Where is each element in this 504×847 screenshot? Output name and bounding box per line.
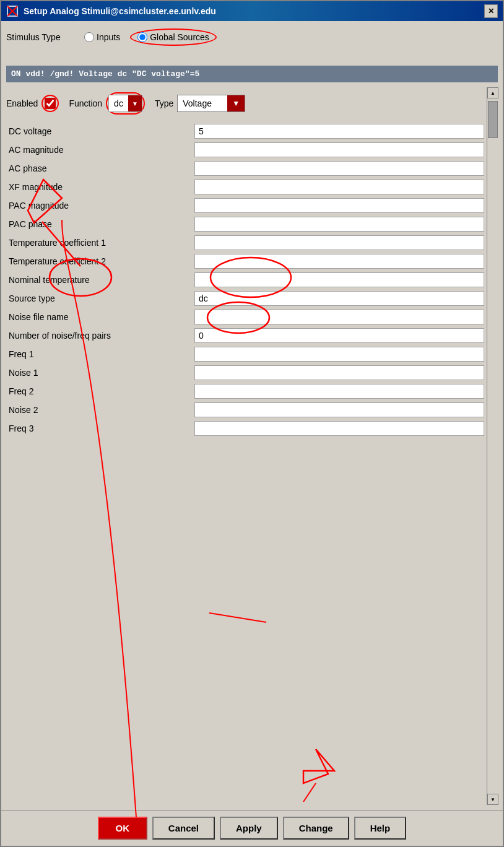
field-input-source_type[interactable] — [194, 291, 484, 306]
field-cell-freq_2 — [192, 382, 487, 401]
function-dropdown[interactable]: dc ▼ — [108, 95, 142, 112]
field-label-temp_coeff_1: Temperature coefficient 1 — [6, 233, 192, 252]
field-label-noise_freq_pairs: Number of noise/freq pairs — [6, 326, 192, 345]
radio-global-sources-wrapper: Global Sources — [130, 28, 217, 46]
field-cell-temp_coeff_2 — [192, 252, 487, 271]
button-bar: OK Cancel Apply Change Help — [1, 810, 503, 846]
scrollbar-thumb[interactable] — [488, 101, 498, 138]
field-input-freq_2[interactable] — [194, 384, 484, 399]
field-cell-pac_phase — [192, 215, 487, 233]
radio-inputs-input[interactable] — [84, 32, 94, 42]
field-input-dc_voltage[interactable] — [194, 124, 484, 139]
field-cell-temp_coeff_1 — [192, 233, 487, 252]
scrollbar[interactable]: ▲ ▼ — [487, 87, 498, 805]
fields-table: DC voltageAC magnitudeAC phaseXF magnitu… — [6, 122, 487, 438]
field-cell-ac_magnitude — [192, 141, 487, 159]
radio-group: Inputs Global Sources — [84, 28, 217, 46]
field-cell-ac_phase — [192, 159, 487, 178]
field-input-pac_magnitude[interactable] — [194, 198, 484, 213]
table-row: Number of noise/freq pairs — [6, 326, 487, 345]
close-button[interactable]: ✕ — [484, 4, 498, 18]
radio-global-sources[interactable]: Global Sources — [137, 32, 209, 42]
function-group: Function dc ▼ — [69, 92, 145, 115]
table-row: Noise 2 — [6, 401, 487, 419]
table-row: AC magnitude — [6, 141, 487, 159]
field-input-freq_1[interactable] — [194, 347, 484, 362]
controls-row: Enabled Function dc ▼ — [6, 87, 487, 119]
type-dropdown-arrow[interactable]: ▼ — [227, 95, 245, 111]
field-cell-noise_freq_pairs — [192, 326, 487, 345]
field-label-source_type: Source type — [6, 289, 192, 308]
type-dropdown[interactable]: Voltage ▼ — [177, 95, 245, 112]
field-input-noise_file_name[interactable] — [194, 310, 484, 324]
field-input-ac_magnitude[interactable] — [194, 142, 484, 157]
radio-global-sources-label: Global Sources — [150, 32, 209, 42]
change-button[interactable]: Change — [283, 817, 349, 840]
function-label: Function — [69, 98, 102, 108]
table-row: Freq 2 — [6, 382, 487, 401]
function-value: dc — [109, 98, 128, 108]
selected-stimulus-row[interactable]: ON vdd! /gnd! Voltage dc "DC voltage"=5 — [6, 66, 498, 82]
radio-inputs-label: Inputs — [97, 32, 120, 42]
help-button[interactable]: Help — [354, 817, 407, 840]
field-label-xf_magnitude: XF magnitude — [6, 178, 192, 196]
enabled-group: Enabled — [6, 95, 59, 112]
field-label-pac_phase: PAC phase — [6, 215, 192, 233]
scrollbar-down-button[interactable]: ▼ — [487, 794, 498, 805]
field-cell-freq_1 — [192, 345, 487, 363]
table-row: Noise 1 — [6, 363, 487, 382]
ok-button[interactable]: OK — [98, 817, 147, 840]
field-label-noise_2: Noise 2 — [6, 401, 192, 419]
cancel-button[interactable]: Cancel — [152, 817, 215, 840]
table-row: Freq 3 — [6, 419, 487, 438]
table-row: Temperature coefficient 2 — [6, 252, 487, 271]
field-label-dc_voltage: DC voltage — [6, 122, 192, 141]
field-input-xf_magnitude[interactable] — [194, 180, 484, 194]
function-dropdown-wrapper: dc ▼ — [106, 92, 145, 115]
enabled-checkbox[interactable] — [45, 98, 56, 109]
radio-global-sources-input[interactable] — [137, 32, 147, 42]
field-label-ac_phase: AC phase — [6, 159, 192, 178]
field-label-noise_file_name: Noise file name — [6, 308, 192, 326]
close-icon: ✕ — [488, 7, 494, 15]
field-input-noise_2[interactable] — [194, 402, 484, 417]
function-dropdown-arrow[interactable]: ▼ — [128, 95, 142, 111]
scrollbar-up-button[interactable]: ▲ — [487, 87, 498, 98]
field-cell-freq_3 — [192, 419, 487, 438]
field-cell-noise_file_name — [192, 308, 487, 326]
title-bar: Setup Analog Stimuli@csimcluster.ee.unlv… — [1, 1, 503, 21]
enabled-checkbox-wrapper — [41, 95, 59, 112]
table-row: Nominal temperature — [6, 271, 487, 289]
field-input-pac_phase[interactable] — [194, 217, 484, 232]
type-value: Voltage — [178, 96, 227, 111]
app-icon — [6, 5, 19, 17]
apply-button[interactable]: Apply — [220, 817, 278, 840]
table-row: Temperature coefficient 1 — [6, 233, 487, 252]
field-label-freq_2: Freq 2 — [6, 382, 192, 401]
field-input-ac_phase[interactable] — [194, 161, 484, 176]
field-label-noise_1: Noise 1 — [6, 363, 192, 382]
field-cell-noise_2 — [192, 401, 487, 419]
window-title: Setup Analog Stimuli@csimcluster.ee.unlv… — [24, 6, 216, 16]
field-cell-nominal_temp — [192, 271, 487, 289]
field-input-noise_1[interactable] — [194, 365, 484, 380]
field-label-nominal_temp: Nominal temperature — [6, 271, 192, 289]
field-cell-source_type — [192, 289, 487, 308]
radio-inputs[interactable]: Inputs — [84, 32, 120, 42]
table-row: Noise file name — [6, 308, 487, 326]
field-label-freq_3: Freq 3 — [6, 419, 192, 438]
field-input-freq_3[interactable] — [194, 421, 484, 436]
field-cell-dc_voltage — [192, 122, 487, 141]
field-label-freq_1: Freq 1 — [6, 345, 192, 363]
field-input-noise_freq_pairs[interactable] — [194, 328, 484, 343]
stimulus-type-row: Stimulus Type Inputs Global Sources — [6, 26, 498, 48]
field-input-temp_coeff_2[interactable] — [194, 254, 484, 269]
field-input-temp_coeff_1[interactable] — [194, 235, 484, 250]
enabled-label: Enabled — [6, 98, 38, 108]
type-group: Type Voltage ▼ — [155, 95, 245, 112]
field-label-pac_magnitude: PAC magnitude — [6, 196, 192, 215]
field-input-nominal_temp[interactable] — [194, 272, 484, 287]
table-row: PAC magnitude — [6, 196, 487, 215]
field-label-temp_coeff_2: Temperature coefficient 2 — [6, 252, 192, 271]
field-cell-noise_1 — [192, 363, 487, 382]
